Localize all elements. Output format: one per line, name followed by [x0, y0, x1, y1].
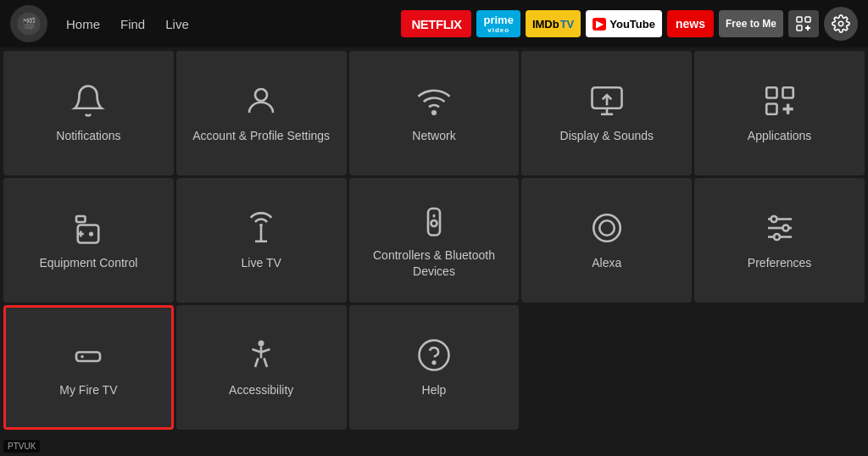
- help-icon: [415, 336, 453, 374]
- tile-network[interactable]: Network: [349, 51, 520, 175]
- controllers-bluetooth-icon: [415, 202, 453, 239]
- svg-rect-20: [76, 216, 86, 222]
- equipment-control-icon: [70, 209, 107, 247]
- freetome-button[interactable]: Free to Me: [719, 10, 783, 37]
- network-icon: [415, 82, 453, 120]
- applications-icon: [761, 82, 798, 120]
- tile-account-profile[interactable]: Account & Profile Settings: [176, 51, 347, 175]
- controllers-bluetooth-label: Controllers & Bluetooth Devices: [349, 247, 520, 278]
- alexa-icon: [588, 209, 626, 247]
- svg-rect-3: [805, 17, 810, 22]
- tile-live-tv[interactable]: Live TV: [176, 178, 347, 303]
- network-label: Network: [405, 128, 462, 143]
- preferences-label: Preferences: [741, 255, 818, 270]
- svg-rect-27: [428, 209, 440, 236]
- alexa-label: Alexa: [585, 255, 628, 270]
- svg-point-40: [259, 341, 264, 347]
- tile-alexa[interactable]: Alexa: [521, 178, 692, 303]
- svg-rect-14: [766, 88, 776, 98]
- notifications-icon: [70, 82, 107, 120]
- display-sounds-label: Display & Sounds: [554, 128, 661, 143]
- tile-my-fire-tv[interactable]: My Fire TV: [3, 305, 174, 430]
- nav-home[interactable]: Home: [58, 12, 108, 36]
- prime-button[interactable]: prime video: [476, 10, 520, 37]
- netflix-button[interactable]: NETFLIX: [401, 10, 471, 37]
- youtube-label: YouTube: [609, 18, 655, 31]
- nav-live[interactable]: Live: [157, 12, 198, 36]
- svg-point-8: [255, 89, 267, 101]
- live-tv-label: Live TV: [235, 255, 288, 270]
- tile-applications[interactable]: Applications: [694, 51, 865, 175]
- settings-button[interactable]: [824, 7, 858, 41]
- svg-rect-38: [76, 353, 100, 362]
- tile-notifications[interactable]: Notifications: [3, 51, 174, 175]
- watermark: PTVUK: [3, 440, 40, 453]
- tile-help[interactable]: Help: [349, 305, 520, 430]
- tile-display-sounds[interactable]: Display & Sounds: [521, 51, 692, 175]
- svg-point-31: [599, 221, 615, 236]
- nav-find[interactable]: Find: [112, 12, 153, 36]
- account-profile-label: Account & Profile Settings: [186, 128, 337, 143]
- svg-rect-16: [766, 104, 776, 114]
- svg-rect-4: [797, 25, 802, 31]
- all-apps-button[interactable]: [788, 10, 819, 37]
- tile-equipment-control[interactable]: Equipment Control: [3, 178, 174, 303]
- preferences-icon: [761, 209, 798, 247]
- help-label: Help: [415, 382, 453, 398]
- notifications-label: Notifications: [49, 128, 127, 143]
- svg-point-36: [782, 225, 788, 231]
- my-fire-tv-icon: [70, 336, 107, 374]
- svg-point-42: [419, 341, 448, 370]
- app-bar: NETFLIX prime video IMDbTV ▶ YouTube new…: [401, 7, 858, 41]
- account-profile-icon: [242, 82, 280, 120]
- imdb-button[interactable]: IMDbTV: [526, 10, 581, 37]
- tile-preferences[interactable]: Preferences: [694, 178, 865, 303]
- accessibility-label: Accessibility: [222, 382, 300, 398]
- svg-point-9: [432, 112, 436, 115]
- svg-text:🎬: 🎬: [22, 17, 36, 31]
- svg-rect-2: [797, 17, 802, 22]
- equipment-control-label: Equipment Control: [32, 255, 144, 270]
- svg-point-29: [431, 220, 437, 226]
- top-nav: 🎬 Home Find Live NETFLIX prime video IMD…: [0, 0, 868, 47]
- youtube-play-icon: ▶: [593, 18, 606, 31]
- tile-controllers-bluetooth[interactable]: Controllers & Bluetooth Devices: [349, 178, 520, 303]
- live-tv-icon: [242, 209, 280, 247]
- settings-grid: NotificationsAccount & Profile SettingsN…: [0, 47, 868, 433]
- nav-links: Home Find Live: [58, 12, 198, 36]
- youtube-button[interactable]: ▶ YouTube: [586, 10, 662, 37]
- svg-point-7: [838, 21, 843, 26]
- tile-accessibility[interactable]: Accessibility: [176, 305, 347, 430]
- svg-point-35: [771, 216, 776, 222]
- svg-point-23: [89, 232, 93, 236]
- applications-label: Applications: [741, 128, 819, 143]
- logo[interactable]: 🎬: [10, 5, 47, 42]
- svg-point-30: [593, 215, 620, 242]
- display-sounds-icon: [588, 82, 626, 120]
- my-fire-tv-label: My Fire TV: [53, 382, 124, 398]
- accessibility-icon: [242, 336, 280, 374]
- svg-point-39: [81, 355, 85, 359]
- svg-point-37: [774, 234, 780, 240]
- news-button[interactable]: news: [667, 10, 714, 37]
- svg-rect-15: [782, 88, 793, 98]
